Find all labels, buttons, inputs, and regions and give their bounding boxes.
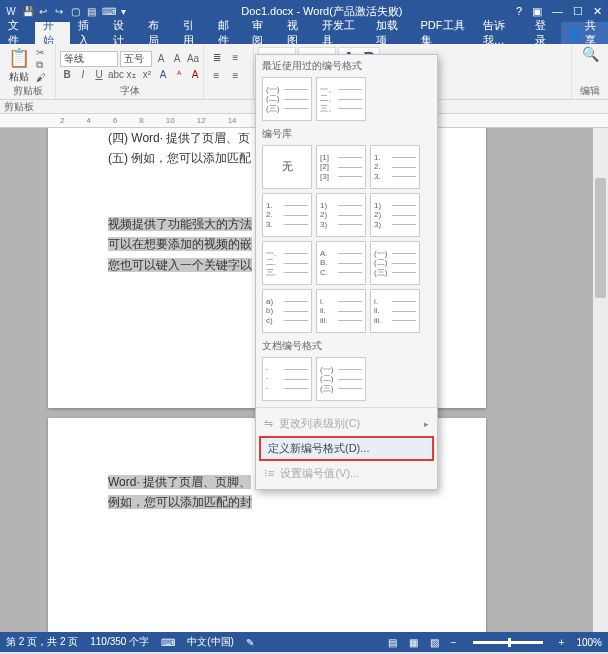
open-icon[interactable]: ▤	[86, 6, 96, 17]
copy-icon[interactable]: ⧉	[36, 59, 46, 71]
numbering-option[interactable]: 无	[262, 145, 312, 189]
tab-references[interactable]: 引用	[175, 22, 210, 44]
shrink-font-icon[interactable]: A	[170, 53, 184, 64]
find-icon[interactable]: 🔍	[582, 46, 599, 62]
status-lang[interactable]: 中文(中国)	[187, 635, 234, 649]
paste-button[interactable]: 📋 粘贴	[4, 47, 34, 84]
tab-mail[interactable]: 邮件	[210, 22, 245, 44]
numbering-option[interactable]: 1.2.3.	[370, 145, 420, 189]
tab-file[interactable]: 文件	[0, 22, 35, 44]
view-readmode-icon[interactable]: ▤	[388, 637, 397, 648]
numbering-option[interactable]: 一、二、三、	[316, 77, 366, 121]
tellme[interactable]: 告诉我…	[476, 22, 528, 44]
clipboard-icon: 📋	[8, 47, 30, 69]
doc-line[interactable]: 例如，您可以添加匹配的封	[108, 492, 426, 512]
tab-insert[interactable]: 插入	[70, 22, 105, 44]
tab-design[interactable]: 设计	[105, 22, 140, 44]
tab-pdf[interactable]: PDF工具集	[413, 22, 476, 44]
tab-review[interactable]: 审阅	[244, 22, 279, 44]
numbering-icon[interactable]: ≡	[227, 49, 244, 65]
font-color-icon[interactable]: A	[188, 69, 202, 80]
text-effects-icon[interactable]: A	[156, 69, 170, 80]
tab-layout[interactable]: 布局	[140, 22, 175, 44]
status-bar: 第 2 页，共 2 页 110/350 个字 ⌨ 中文(中国) ✎ ▤ ▦ ▧ …	[0, 632, 608, 652]
view-web-icon[interactable]: ▧	[430, 637, 439, 648]
tab-view[interactable]: 视图	[279, 22, 314, 44]
zoom-out-icon[interactable]: −	[451, 637, 457, 648]
subscript-icon[interactable]: x₂	[124, 69, 138, 80]
dd-set-value: ⁝≡ 设置编号值(V)...	[256, 462, 437, 485]
group-edit: 🔍 编辑	[572, 44, 608, 99]
vertical-scrollbar[interactable]	[593, 128, 608, 632]
numbering-option[interactable]: i.ii.iii.	[370, 289, 420, 333]
tab-loadtest[interactable]: 加载项	[368, 22, 412, 44]
new-icon[interactable]: ▢	[70, 6, 80, 17]
cut-icon[interactable]: ✂	[36, 47, 46, 58]
grow-font-icon[interactable]: A	[154, 53, 168, 64]
dd-change-level: ⇋ 更改列表级别(C) ▸	[256, 412, 437, 435]
dd-docformat-label: 文档编号格式	[256, 335, 437, 355]
scrollbar-thumb[interactable]	[595, 178, 606, 298]
zoom-in-icon[interactable]: +	[559, 637, 565, 648]
list-level-icon: ⇋	[264, 417, 273, 430]
align-center-icon[interactable]: ≡	[227, 67, 244, 83]
status-words[interactable]: 110/350 个字	[90, 635, 149, 649]
close-icon[interactable]: ✕	[593, 5, 602, 18]
numbering-option[interactable]: i.ii.iii.	[316, 289, 366, 333]
numbering-option[interactable]: (一)(二)(三)	[262, 77, 312, 121]
numbering-option[interactable]: a)b)c)	[262, 289, 312, 333]
chevron-right-icon: ▸	[424, 419, 429, 429]
bold-icon[interactable]: B	[60, 69, 74, 80]
zoom-value[interactable]: 100%	[576, 637, 602, 648]
zoom-slider[interactable]	[473, 641, 543, 644]
numbering-option[interactable]: 1)2)3)	[316, 193, 366, 237]
status-track-icon[interactable]: ✎	[246, 637, 254, 648]
numbering-option[interactable]: ···	[262, 357, 312, 401]
maximize-icon[interactable]: ☐	[573, 5, 583, 18]
superscript-icon[interactable]: x²	[140, 69, 154, 80]
font-family-select[interactable]: 等线	[60, 51, 118, 67]
view-print-icon[interactable]: ▦	[409, 637, 418, 648]
dd-library-label: 编号库	[256, 123, 437, 143]
window-title: Doc1.docx - Word(产品激活失败)	[128, 4, 516, 19]
bullets-icon[interactable]: ≣	[208, 49, 225, 65]
numbering-option[interactable]: 1.2.3.	[262, 193, 312, 237]
group-font: 等线 五号 A A Aa B I U abc x₂ x² A ᴬ A	[56, 44, 204, 99]
dd-recent-label: 最近使用过的编号格式	[256, 55, 437, 75]
numbering-option[interactable]: (一)(二)(三)	[370, 241, 420, 285]
underline-icon[interactable]: U	[92, 69, 106, 80]
ribbon-options-icon[interactable]: ▣	[532, 5, 542, 18]
numbering-option[interactable]: (一)(二)(三)	[316, 357, 366, 401]
minimize-icon[interactable]: —	[552, 5, 563, 17]
group-paragraph: ≣ ≡ ≡ ≡	[204, 44, 254, 99]
group-clipboard: 📋 粘贴 ✂ ⧉ 🖌 剪贴板	[0, 44, 56, 99]
menu-tabs: 文件 开始 插入 设计 布局 引用 邮件 审阅 视图 开发工具 加载项 PDF工…	[0, 22, 608, 44]
tab-home[interactable]: 开始	[35, 22, 70, 44]
set-value-icon: ⁝≡	[264, 467, 274, 480]
login[interactable]: 登录	[528, 22, 561, 44]
redo-icon[interactable]: ↪	[54, 6, 64, 17]
status-ime-icon[interactable]: ⌨	[161, 637, 175, 648]
qat-more-icon[interactable]: ▾	[118, 6, 128, 17]
numbering-option[interactable]: 1)2)3)	[370, 193, 420, 237]
save-icon[interactable]: 💾	[22, 6, 32, 17]
print-icon[interactable]: ⌨	[102, 6, 112, 17]
numbering-option[interactable]: A.B.C.	[316, 241, 366, 285]
italic-icon[interactable]: I	[76, 69, 90, 80]
tab-developer[interactable]: 开发工具	[314, 22, 368, 44]
dd-define-new[interactable]: 定义新编号格式(D)...	[260, 437, 433, 460]
numbering-option[interactable]: 一.二.三.	[262, 241, 312, 285]
change-case-icon[interactable]: Aa	[186, 53, 200, 64]
strikethrough-icon[interactable]: abc	[108, 69, 122, 80]
status-page[interactable]: 第 2 页，共 2 页	[6, 635, 78, 649]
font-size-select[interactable]: 五号	[120, 51, 152, 67]
word-icon: W	[6, 6, 16, 17]
share-button[interactable]: 👤共享	[561, 22, 608, 44]
numbering-dropdown: 最近使用过的编号格式 (一)(二)(三)一、二、三、 编号库 无[1][2][3…	[255, 54, 438, 490]
help-icon[interactable]: ?	[516, 5, 522, 17]
align-left-icon[interactable]: ≡	[208, 67, 225, 83]
undo-icon[interactable]: ↩	[38, 6, 48, 17]
format-painter-icon[interactable]: 🖌	[36, 72, 46, 83]
numbering-option[interactable]: [1][2][3]	[316, 145, 366, 189]
highlight-icon[interactable]: ᴬ	[172, 69, 186, 80]
